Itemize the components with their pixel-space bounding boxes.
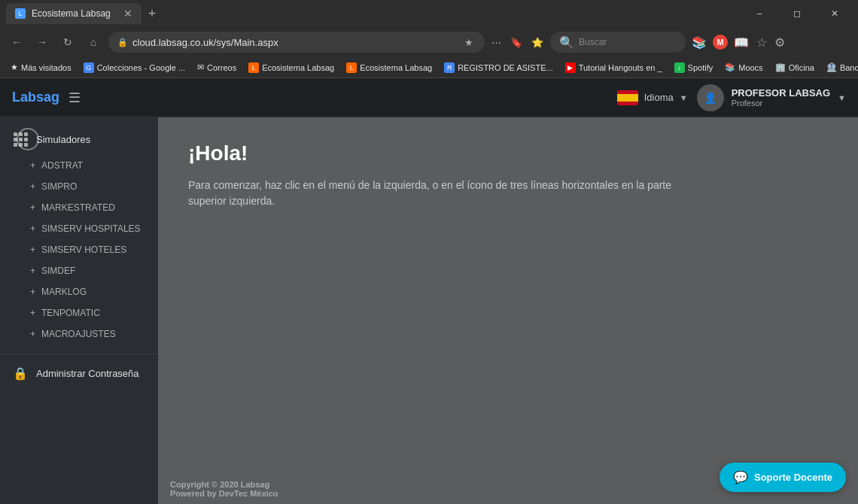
sidebar-divider: [0, 354, 158, 354]
app-logo[interactable]: Labsag: [12, 90, 59, 105]
security-icon: 🔒: [117, 38, 128, 47]
sidebar-sub-label: MACROAJUSTES: [41, 329, 116, 339]
sidebar-item-macroajustes[interactable]: + MACROAJUSTES: [0, 323, 158, 345]
bookmark-icon: ★: [11, 62, 18, 72]
sidebar-sub-label: MARKESTRATED: [41, 202, 115, 213]
tab-favicon: L: [15, 8, 26, 19]
browser-toolbar-icons: 📚 M 📖 ☆ ⚙: [690, 34, 786, 51]
plus-icon: +: [30, 244, 35, 255]
copyright-text: Copyright © 2020: [170, 480, 241, 489]
admin-password-label: Administrar Contraseña: [36, 368, 139, 379]
bookmark-collections-icon[interactable]: 🔖: [508, 37, 525, 48]
bookmark-spotify[interactable]: ♪ Spotify: [670, 61, 718, 74]
gmail-icon[interactable]: M: [713, 35, 728, 50]
bookmark-ecosistema2[interactable]: L Ecosistema Labsag: [342, 61, 437, 74]
bookmark-label: Oficina: [789, 63, 814, 72]
active-tab[interactable]: L Ecosistema Labsag ✕: [6, 3, 141, 24]
language-dropdown-arrow: ▼: [680, 93, 688, 102]
address-input-wrap[interactable]: 🔒 cloud.labsag.co.uk/sys/Main.aspx ★: [108, 32, 485, 53]
bookmark-colecciones[interactable]: G Colecciones - Google ...: [79, 61, 190, 74]
page-title: ¡Hola!: [188, 141, 828, 165]
sidebar-item-simserv-hospitales[interactable]: + SIMSERV HOSPITALES: [0, 218, 158, 239]
bookmark-star-icon[interactable]: ★: [462, 37, 476, 48]
immersive-reader-icon[interactable]: 📖: [732, 34, 750, 51]
avatar: 👤: [697, 84, 724, 111]
bookmark-registro[interactable]: R REGISTRO DE ASISTE...: [440, 61, 558, 74]
sidebar-sub-label: SIMSERV HOTELES: [41, 244, 126, 255]
home-button[interactable]: ⌂: [83, 32, 104, 53]
bookmark-tutorial[interactable]: ▶ Tutorial Hangouts en _: [561, 61, 667, 74]
sidebar-sub-label: ADSTRAT: [41, 160, 83, 171]
bookmark-bancos[interactable]: 🏦 Bancos: [822, 61, 858, 74]
support-docente-button[interactable]: 💬 Soporte Docente: [720, 463, 846, 492]
tab-title: Ecosistema Labsag: [32, 8, 111, 19]
plus-icon: +: [30, 266, 35, 276]
bookmark-label: REGISTRO DE ASISTE...: [458, 63, 553, 72]
bookmark-label: Correos: [207, 63, 236, 72]
settings-icon[interactable]: ⚙: [773, 34, 786, 51]
bookmark-label: Ecosistema Labsag: [262, 63, 334, 72]
extensions-icon[interactable]: ⋯: [489, 37, 504, 48]
bookmark-moocs[interactable]: 📚 Moocs: [720, 61, 767, 74]
header-right: Idioma ▼ 👤 PROFESOR LABSAG Profesor ▼: [617, 84, 846, 111]
sidebar-item-marklog[interactable]: + MARKLOG: [0, 281, 158, 302]
correos-icon: ✉: [197, 62, 204, 72]
grid-icon: [12, 131, 29, 147]
bookmark-correos[interactable]: ✉ Correos: [193, 61, 241, 74]
reload-button[interactable]: ↻: [57, 32, 78, 53]
user-dropdown-arrow[interactable]: ▼: [838, 93, 846, 102]
labsag-icon: L: [248, 62, 259, 73]
chat-icon: 💬: [733, 470, 748, 484]
content-description: Para comenzar, haz clic en el menú de la…: [188, 178, 700, 209]
language-label: Idioma: [644, 92, 674, 103]
plus-icon: +: [30, 308, 35, 318]
maximize-button[interactable]: ◻: [780, 3, 814, 24]
plus-icon: +: [30, 202, 35, 213]
sidebar-sub-label: SIMSERV HOSPITALES: [41, 223, 141, 234]
sidebar-item-simuladores[interactable]: Simuladores: [0, 123, 158, 155]
minimize-button[interactable]: –: [742, 3, 777, 24]
collections-icon[interactable]: 📚: [690, 34, 708, 51]
language-selector[interactable]: Idioma ▼: [617, 90, 688, 105]
tutorial-icon: ▶: [565, 62, 576, 73]
hamburger-menu-button[interactable]: ☰: [68, 90, 81, 106]
sidebar-item-markestrated[interactable]: + MARKESTRATED: [0, 197, 158, 218]
sidebar-sub-label: TENPOMATIC: [41, 308, 100, 318]
back-button[interactable]: ←: [6, 32, 27, 53]
app-header: Labsag ☰ Idioma ▼ 👤 PROFESOR LABSAG Prof…: [0, 78, 858, 117]
bookmark-label: Colecciones - Google ...: [97, 63, 185, 72]
user-section: 👤 PROFESOR LABSAG Profesor ▼: [697, 84, 846, 111]
favorites-icon[interactable]: ☆: [755, 34, 768, 51]
sidebar-item-simdef[interactable]: + SIMDEF: [0, 260, 158, 281]
search-wrap[interactable]: 🔍 Buscar: [550, 32, 686, 53]
sidebar-sub-label: MARKLOG: [41, 287, 87, 297]
search-input[interactable]: Buscar: [579, 37, 607, 47]
plus-icon: +: [30, 160, 35, 171]
bookmark-label: Spotify: [688, 63, 713, 72]
close-button[interactable]: ✕: [817, 3, 852, 24]
bookmark-mas-visitados[interactable]: ★ Más visitados: [6, 61, 76, 74]
address-bar: ← → ↻ ⌂ 🔒 cloud.labsag.co.uk/sys/Main.as…: [0, 27, 858, 57]
bookmark-ecosistema1[interactable]: L Ecosistema Labsag: [244, 61, 339, 74]
bookmark-label: Bancos: [840, 63, 858, 72]
sidebar-sub-label: SIMDEF: [41, 266, 75, 276]
forward-button[interactable]: →: [32, 32, 53, 53]
sidebar-item-admin-password[interactable]: 🔒 Administrar Contraseña: [0, 357, 158, 389]
sidebar-item-simserv-hoteles[interactable]: + SIMSERV HOTELES: [0, 239, 158, 260]
bookmark-label: Tutorial Hangouts en _: [579, 63, 662, 72]
registro-icon: R: [444, 62, 455, 73]
new-tab-button[interactable]: +: [141, 3, 163, 24]
content-area: ¡Hola! Para comenzar, haz clic en el men…: [158, 117, 858, 504]
oficina-icon: 🏢: [775, 62, 786, 72]
sidebar-item-tenpomatic[interactable]: + TENPOMATIC: [0, 302, 158, 323]
sidebar: Simuladores + ADSTRAT + SIMPRO + MARKEST…: [0, 117, 158, 504]
profile-icon[interactable]: ⭐: [529, 37, 546, 48]
sidebar-item-adstrat[interactable]: + ADSTRAT: [0, 155, 158, 176]
bookmark-oficina[interactable]: 🏢 Oficina: [771, 61, 819, 74]
bookmarks-bar: ★ Más visitados G Colecciones - Google .…: [0, 57, 858, 78]
sidebar-item-simpro[interactable]: + SIMPRO: [0, 176, 158, 197]
tab-close-button[interactable]: ✕: [123, 8, 132, 20]
plus-icon: +: [30, 181, 35, 192]
spotify-icon: ♪: [674, 62, 685, 73]
window-controls: – ◻ ✕: [742, 3, 852, 24]
